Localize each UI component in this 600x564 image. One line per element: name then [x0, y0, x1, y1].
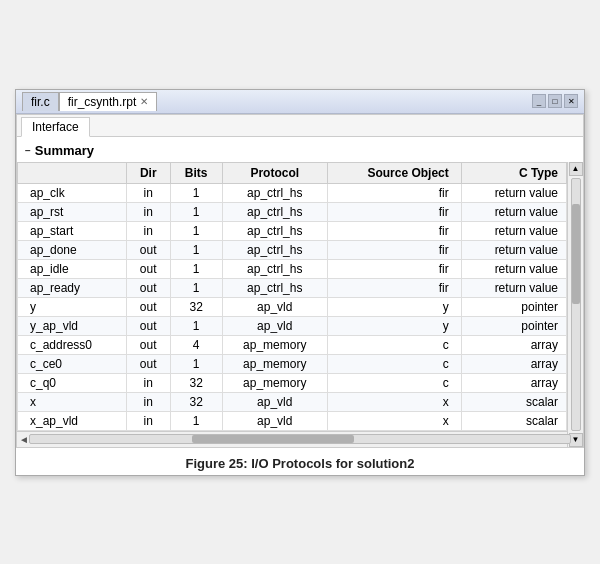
cell-ctype: return value — [461, 202, 566, 221]
table-row: c_ce0 out 1 ap_memory c array — [18, 354, 567, 373]
cell-bits: 32 — [170, 297, 222, 316]
table-row: ap_start in 1 ap_ctrl_hs fir return valu… — [18, 221, 567, 240]
cell-name: y — [18, 297, 127, 316]
table-row: ap_ready out 1 ap_ctrl_hs fir return val… — [18, 278, 567, 297]
cell-source: fir — [327, 183, 461, 202]
scroll-thumb — [572, 204, 580, 304]
close-button[interactable]: ✕ — [564, 94, 578, 108]
table-row: x_ap_vld in 1 ap_vld x scalar — [18, 411, 567, 430]
cell-ctype: return value — [461, 183, 566, 202]
cell-name: ap_done — [18, 240, 127, 259]
scroll-track — [571, 178, 581, 431]
cell-source: fir — [327, 240, 461, 259]
summary-header: − Summary — [25, 143, 575, 158]
cell-bits: 1 — [170, 316, 222, 335]
col-header-source: Source Object — [327, 162, 461, 183]
window-controls: _ □ ✕ — [532, 94, 578, 108]
cell-source: y — [327, 316, 461, 335]
table-row: c_address0 out 4 ap_memory c array — [18, 335, 567, 354]
cell-bits: 1 — [170, 278, 222, 297]
horizontal-scrollbar[interactable]: ◄ ► — [17, 431, 583, 447]
cell-protocol: ap_ctrl_hs — [222, 240, 327, 259]
cell-ctype: return value — [461, 240, 566, 259]
table-row: x in 32 ap_vld x scalar — [18, 392, 567, 411]
cell-dir: in — [126, 221, 170, 240]
cell-name: ap_rst — [18, 202, 127, 221]
scroll-left-button[interactable]: ◄ — [19, 434, 29, 445]
cell-bits: 1 — [170, 354, 222, 373]
cell-ctype: return value — [461, 259, 566, 278]
cell-protocol: ap_vld — [222, 316, 327, 335]
cell-name: ap_start — [18, 221, 127, 240]
title-bar: fir.c fir_csynth.rpt ✕ _ □ ✕ — [16, 90, 584, 114]
col-header-dir: Dir — [126, 162, 170, 183]
interface-tab-label: Interface — [32, 120, 79, 134]
cell-name: c_q0 — [18, 373, 127, 392]
cell-name: ap_ready — [18, 278, 127, 297]
cell-ctype: scalar — [461, 392, 566, 411]
interface-table: Dir Bits Protocol Source Object C Type a… — [17, 162, 567, 431]
cell-ctype: array — [461, 335, 566, 354]
cell-dir: in — [126, 411, 170, 430]
tab-fir-csynth[interactable]: fir_csynth.rpt ✕ — [59, 92, 158, 111]
cell-bits: 1 — [170, 221, 222, 240]
cell-bits: 4 — [170, 335, 222, 354]
col-header-bits: Bits — [170, 162, 222, 183]
cell-source: fir — [327, 221, 461, 240]
cell-protocol: ap_vld — [222, 297, 327, 316]
cell-protocol: ap_memory — [222, 335, 327, 354]
tab-close-icon[interactable]: ✕ — [140, 96, 148, 107]
col-header-protocol: Protocol — [222, 162, 327, 183]
table-container[interactable]: Dir Bits Protocol Source Object C Type a… — [17, 162, 583, 431]
cell-ctype: array — [461, 354, 566, 373]
cell-source: fir — [327, 202, 461, 221]
collapse-icon[interactable]: − — [25, 145, 31, 156]
cell-dir: out — [126, 259, 170, 278]
col-header-ctype: C Type — [461, 162, 566, 183]
cell-name: c_ce0 — [18, 354, 127, 373]
cell-bits: 1 — [170, 259, 222, 278]
cell-dir: in — [126, 373, 170, 392]
cell-dir: in — [126, 183, 170, 202]
cell-protocol: ap_ctrl_hs — [222, 202, 327, 221]
tab-fir-c[interactable]: fir.c — [22, 92, 59, 111]
cell-bits: 1 — [170, 240, 222, 259]
minimize-button[interactable]: _ — [532, 94, 546, 108]
vertical-scrollbar[interactable]: ▲ ▼ — [567, 162, 583, 447]
h-scroll-thumb — [192, 435, 354, 443]
table-row: ap_idle out 1 ap_ctrl_hs fir return valu… — [18, 259, 567, 278]
cell-protocol: ap_vld — [222, 411, 327, 430]
table-row: c_q0 in 32 ap_memory c array — [18, 373, 567, 392]
cell-source: c — [327, 335, 461, 354]
cell-dir: out — [126, 335, 170, 354]
figure-caption: Figure 25: I/O Protocols for solution2 — [16, 448, 584, 475]
cell-name: ap_idle — [18, 259, 127, 278]
cell-protocol: ap_ctrl_hs — [222, 183, 327, 202]
scroll-up-button[interactable]: ▲ — [569, 162, 583, 176]
cell-protocol: ap_ctrl_hs — [222, 278, 327, 297]
cell-protocol: ap_vld — [222, 392, 327, 411]
h-scroll-track — [29, 434, 571, 444]
interface-tab-bar: Interface — [17, 115, 583, 137]
cell-bits: 32 — [170, 373, 222, 392]
cell-ctype: return value — [461, 278, 566, 297]
tab-fir-c-label: fir.c — [31, 95, 50, 109]
cell-bits: 1 — [170, 183, 222, 202]
cell-ctype: array — [461, 373, 566, 392]
table-row: ap_clk in 1 ap_ctrl_hs fir return value — [18, 183, 567, 202]
cell-name: x — [18, 392, 127, 411]
cell-source: c — [327, 354, 461, 373]
cell-name: ap_clk — [18, 183, 127, 202]
cell-dir: out — [126, 354, 170, 373]
cell-dir: out — [126, 240, 170, 259]
cell-bits: 1 — [170, 411, 222, 430]
interface-tab[interactable]: Interface — [21, 117, 90, 137]
cell-ctype: scalar — [461, 411, 566, 430]
cell-source: fir — [327, 259, 461, 278]
cell-dir: in — [126, 202, 170, 221]
cell-ctype: pointer — [461, 297, 566, 316]
summary-title: Summary — [35, 143, 94, 158]
table-row: y out 32 ap_vld y pointer — [18, 297, 567, 316]
cell-source: x — [327, 392, 461, 411]
maximize-button[interactable]: □ — [548, 94, 562, 108]
